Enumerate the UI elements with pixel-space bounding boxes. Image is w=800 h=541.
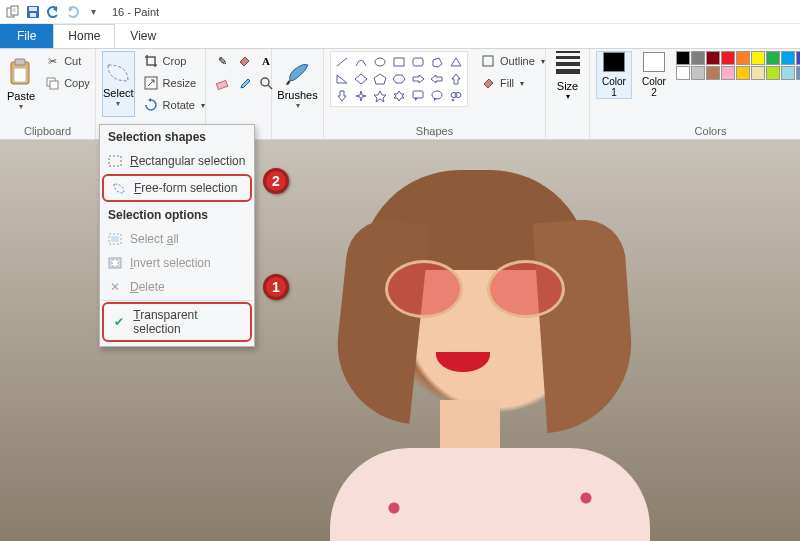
- tab-home[interactable]: Home: [53, 24, 115, 48]
- shape-callout-oval[interactable]: [428, 88, 446, 104]
- svg-marker-34: [394, 91, 404, 101]
- palette-swatch[interactable]: [691, 66, 705, 80]
- palette-swatch[interactable]: [676, 66, 690, 80]
- resize-button[interactable]: Resize: [139, 73, 209, 93]
- svg-marker-33: [374, 91, 386, 102]
- shape-arrow-u[interactable]: [447, 71, 465, 87]
- check-icon: ✔: [110, 314, 127, 330]
- palette-swatch[interactable]: [751, 51, 765, 65]
- dd-header-options: Selection options: [100, 203, 254, 227]
- color1-button[interactable]: Color 1: [596, 51, 632, 99]
- dd-header-shapes: Selection shapes: [100, 125, 254, 149]
- shape-arrow-l[interactable]: [428, 71, 446, 87]
- shape-polygon[interactable]: [428, 54, 446, 70]
- dd-invert-label: Invert selection: [130, 256, 211, 270]
- dd-transparent-selection[interactable]: ✔ Transparent selection: [102, 302, 252, 342]
- palette-swatch[interactable]: [766, 66, 780, 80]
- palette-swatch[interactable]: [721, 51, 735, 65]
- shape-rect[interactable]: [390, 54, 408, 70]
- svg-rect-15: [216, 80, 227, 89]
- tab-file[interactable]: File: [0, 24, 53, 48]
- eraser-tool[interactable]: [212, 73, 232, 93]
- shape-roundrect[interactable]: [409, 54, 427, 70]
- size-icon: [556, 51, 580, 74]
- shape-pentagon[interactable]: [371, 71, 389, 87]
- shape-callout-cloud[interactable]: [447, 88, 465, 104]
- palette-swatch[interactable]: [706, 51, 720, 65]
- color-picker-tool[interactable]: [234, 73, 254, 93]
- dd-freeform-selection[interactable]: Free-form selection: [102, 174, 252, 202]
- group-brushes: Brushes ▾: [272, 49, 324, 139]
- shape-line[interactable]: [333, 54, 351, 70]
- shape-oval[interactable]: [371, 54, 389, 70]
- svg-marker-30: [452, 74, 460, 84]
- select-button[interactable]: Select ▾: [102, 51, 135, 117]
- copy-button[interactable]: Copy: [40, 73, 94, 93]
- shape-hexagon[interactable]: [390, 71, 408, 87]
- dd-delete[interactable]: ✕ Delete: [100, 275, 254, 299]
- palette-swatch[interactable]: [706, 66, 720, 80]
- shape-curve[interactable]: [352, 54, 370, 70]
- shape-outline-button[interactable]: Outline▾: [476, 51, 549, 71]
- dd-delete-label: Delete: [130, 280, 165, 294]
- shape-arrow-r[interactable]: [409, 71, 427, 87]
- cut-button[interactable]: ✂Cut: [40, 51, 94, 71]
- palette-swatch[interactable]: [736, 66, 750, 80]
- palette-swatch[interactable]: [766, 51, 780, 65]
- palette-swatch[interactable]: [736, 51, 750, 65]
- svg-rect-43: [109, 156, 121, 166]
- palette-swatch[interactable]: [796, 66, 800, 80]
- window-title: 16 - Paint: [112, 6, 159, 18]
- cut-icon: ✂: [44, 53, 60, 69]
- shape-star6[interactable]: [390, 88, 408, 104]
- palette-swatch[interactable]: [676, 51, 690, 65]
- chevron-down-icon: ▾: [566, 92, 570, 101]
- dd-invert-selection[interactable]: Invert selection: [100, 251, 254, 275]
- dd-rectangular-selection[interactable]: Rectangular selection: [100, 149, 254, 173]
- svg-marker-22: [433, 58, 442, 67]
- svg-marker-36: [415, 98, 418, 101]
- shape-triangle[interactable]: [447, 54, 465, 70]
- crop-button[interactable]: Crop: [139, 51, 209, 71]
- color2-button[interactable]: Color 2: [636, 51, 672, 99]
- shape-fill-button[interactable]: Fill▾: [476, 73, 549, 93]
- svg-marker-32: [356, 91, 366, 101]
- paste-button[interactable]: Paste ▾: [6, 51, 36, 117]
- group-shapes: Outline▾ Fill▾ Shapes: [324, 49, 546, 139]
- palette-swatch[interactable]: [781, 51, 795, 65]
- fill-tool[interactable]: [234, 51, 254, 71]
- palette-swatch[interactable]: [691, 51, 705, 65]
- pencil-tool[interactable]: ✎: [212, 51, 232, 71]
- rotate-label: Rotate: [163, 99, 195, 111]
- rotate-button[interactable]: Rotate▾: [139, 95, 209, 115]
- brush-icon: [284, 59, 312, 87]
- size-label: Size: [557, 80, 578, 92]
- qat-customize-icon[interactable]: ▾: [84, 3, 102, 21]
- shape-star5[interactable]: [371, 88, 389, 104]
- svg-rect-9: [15, 59, 25, 65]
- save-icon[interactable]: [24, 3, 42, 21]
- shape-callout-rect[interactable]: [409, 88, 427, 104]
- svg-point-41: [452, 99, 454, 101]
- dd-free-label: Free-form selection: [134, 181, 237, 195]
- palette-swatch[interactable]: [796, 51, 800, 65]
- select-dropdown: Selection shapes Rectangular selection F…: [99, 124, 255, 347]
- select-label: Select: [103, 87, 134, 99]
- tab-view[interactable]: View: [115, 24, 171, 48]
- app-icon[interactable]: [4, 3, 22, 21]
- delete-icon: ✕: [106, 279, 124, 295]
- palette-swatch[interactable]: [751, 66, 765, 80]
- redo-icon[interactable]: [64, 3, 82, 21]
- shape-arrow-d[interactable]: [333, 88, 351, 104]
- palette-swatch[interactable]: [721, 66, 735, 80]
- palette-swatch[interactable]: [781, 66, 795, 80]
- brushes-button[interactable]: Brushes ▾: [276, 51, 318, 117]
- callout-2: 2: [263, 168, 289, 194]
- shapes-gallery[interactable]: [330, 51, 468, 107]
- shape-star4[interactable]: [352, 88, 370, 104]
- shape-right-tri[interactable]: [333, 71, 351, 87]
- dd-select-all[interactable]: Select all: [100, 227, 254, 251]
- undo-icon[interactable]: [44, 3, 62, 21]
- shape-diamond[interactable]: [352, 71, 370, 87]
- size-button[interactable]: Size ▾: [552, 51, 583, 101]
